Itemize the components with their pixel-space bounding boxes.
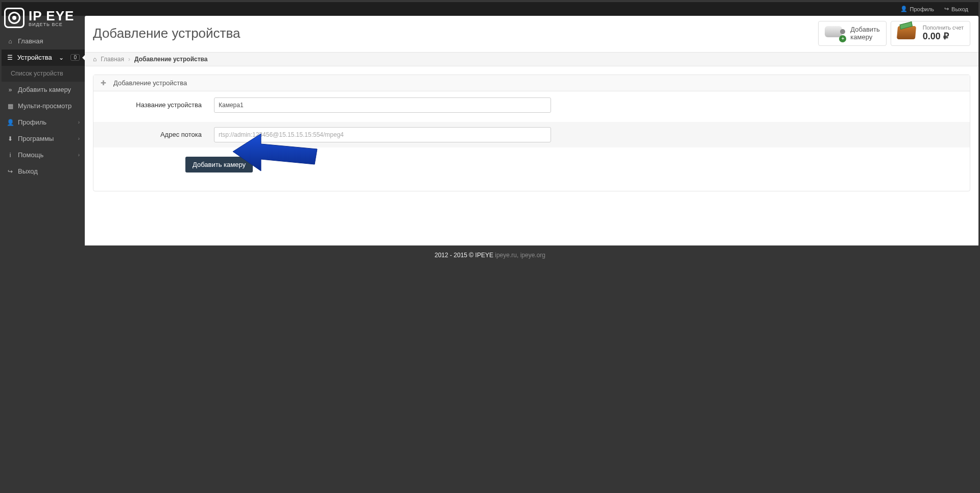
- sidebar-logout-label: Выход: [18, 167, 38, 175]
- sidebar-item-logout[interactable]: ↪ Выход: [2, 163, 85, 180]
- logout-icon: ↪: [7, 168, 14, 175]
- panel-body: Название устройства Адрес потока Добавит…: [93, 91, 795, 191]
- sidebar-item-profile[interactable]: 👤 Профиль ›: [2, 114, 85, 131]
- sidebar-home-label: Главная: [18, 37, 43, 45]
- panel-title: Добавление устройства: [113, 79, 187, 87]
- sidebar-item-home[interactable]: ⌂ Главная: [2, 33, 85, 50]
- footer-copyright: 2012 - 2015 © IPEYE: [435, 252, 493, 259]
- footer-link-1[interactable]: ipeye.ru: [495, 252, 517, 259]
- breadcrumb: ⌂ Главная › Добавление устройства: [85, 52, 795, 66]
- user-icon: 👤: [7, 119, 14, 126]
- info-icon: i: [7, 152, 14, 159]
- list-icon: ☰: [7, 54, 13, 61]
- sidebar-devices-label: Устройства: [17, 54, 52, 61]
- breadcrumb-current: Добавление устройства: [134, 56, 208, 63]
- device-name-label: Название устройства: [102, 101, 214, 109]
- device-name-input[interactable]: [214, 97, 551, 113]
- sidebar: ⌂ Главная ☰ Устройства ⌄ 0 Список устрой…: [2, 33, 85, 400]
- sidebar-item-add-camera[interactable]: » Добавить камеру: [2, 82, 85, 98]
- stream-address-input[interactable]: [214, 127, 551, 142]
- chevron-right-icon: ›: [128, 56, 130, 63]
- add-device-panel: ✚ Добавление устройства Название устройс…: [93, 75, 795, 191]
- footer: 2012 - 2015 © IPEYE ipeye.ru, ipeye.org: [0, 248, 795, 263]
- chevron-right-icon: ›: [78, 136, 80, 141]
- chevron-right-icon: ›: [78, 152, 80, 158]
- topbar: 👤 Профиль ↪ Выход: [2, 2, 795, 16]
- eye-icon: [4, 8, 25, 28]
- footer-link-2[interactable]: ipeye.org: [520, 252, 545, 259]
- logo[interactable]: IP EYE ВИДЕТЬ ВСЕ: [4, 3, 74, 33]
- page-title: Добавление устройства: [93, 26, 240, 41]
- sidebar-item-device-list[interactable]: Список устройств: [2, 66, 85, 82]
- sidebar-add-camera-label: Добавить камеру: [18, 86, 71, 93]
- device-name-row: Название устройства: [102, 97, 795, 113]
- plus-circle-icon: ✚: [101, 79, 106, 87]
- logo-text: IP EYE ВИДЕТЬ ВСЕ: [29, 9, 74, 27]
- sidebar-multiview-label: Мульти-просмотр: [18, 102, 71, 110]
- sidebar-item-multiview[interactable]: ▦ Мульти-просмотр: [2, 98, 85, 114]
- main-content: Добавление устройства + Добавить камеру …: [85, 16, 795, 245]
- sidebar-programs-label: Программы: [18, 135, 54, 142]
- download-icon: ⬇: [7, 135, 14, 142]
- sidebar-help-label: Помощь: [18, 151, 43, 159]
- main-header: Добавление устройства + Добавить камеру …: [85, 16, 795, 52]
- grid-icon: ▦: [7, 103, 14, 110]
- sidebar-profile-label: Профиль: [18, 118, 46, 126]
- submit-row: Добавить камеру: [102, 157, 795, 172]
- home-icon: ⌂: [7, 38, 14, 45]
- stream-label: Адрес потока: [102, 131, 214, 138]
- logo-brand: IP EYE: [29, 9, 74, 22]
- devices-count-badge: 0: [70, 54, 80, 61]
- sidebar-item-help[interactable]: i Помощь ›: [2, 147, 85, 163]
- logo-tagline: ВИДЕТЬ ВСЕ: [29, 22, 74, 27]
- chevron-right-icon: ›: [78, 119, 80, 125]
- chevron-down-icon: ⌄: [58, 54, 65, 61]
- breadcrumb-home[interactable]: Главная: [101, 56, 124, 63]
- submit-add-camera-button[interactable]: Добавить камеру: [185, 157, 253, 172]
- sidebar-item-programs[interactable]: ⬇ Программы ›: [2, 131, 85, 147]
- home-icon: ⌂: [93, 56, 97, 63]
- double-chevron-icon: »: [7, 86, 14, 93]
- panel-header: ✚ Добавление устройства: [93, 75, 795, 91]
- sidebar-device-list-label: Список устройств: [11, 70, 63, 77]
- stream-address-row: Адрес потока: [93, 122, 795, 147]
- sidebar-item-devices[interactable]: ☰ Устройства ⌄ 0: [2, 50, 85, 66]
